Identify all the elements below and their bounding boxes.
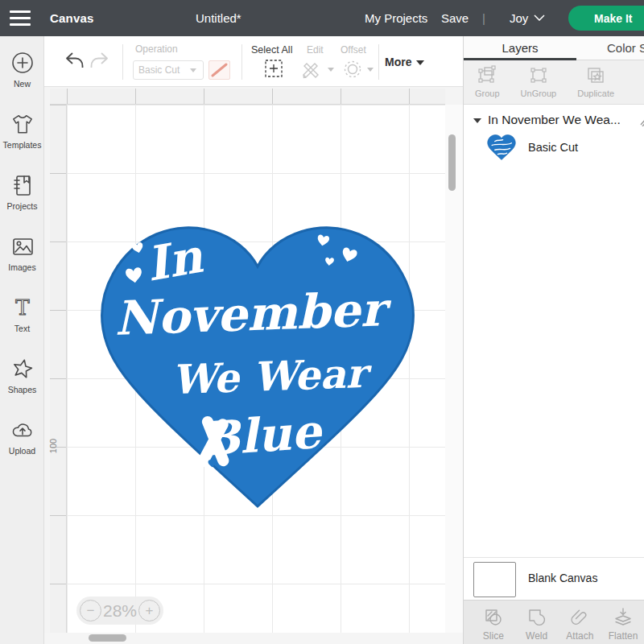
zoom-in-button[interactable]: + <box>138 600 160 621</box>
save-button[interactable]: Save <box>441 11 469 25</box>
design-text-line2: November <box>114 282 393 346</box>
attach-button[interactable]: Attach <box>559 607 602 644</box>
sidebar-item-shapes[interactable]: Shapes <box>0 342 44 403</box>
scrollbar-thumb-vertical[interactable] <box>448 134 456 191</box>
design-text-line4: Blue <box>198 404 325 468</box>
tab-color-sync[interactable]: Color Sy <box>607 36 644 60</box>
sidebar-item-projects[interactable]: Projects <box>0 159 44 220</box>
photo-icon <box>10 234 35 258</box>
layer-thumbnail-heart <box>486 134 517 162</box>
scrollbar-thumb-horizontal[interactable] <box>89 634 126 642</box>
flatten-button[interactable]: Flatten <box>601 607 644 644</box>
ruler-vertical <box>50 105 67 633</box>
layer-group-row[interactable]: In November We Wea... <box>464 110 644 131</box>
offset-label: Offset <box>341 44 366 56</box>
undo-icon[interactable] <box>64 51 85 72</box>
tshirt-icon <box>10 112 35 136</box>
sidebar-item-images[interactable]: Images <box>0 220 44 281</box>
menu-icon[interactable] <box>10 10 31 26</box>
flatten-icon <box>613 607 634 628</box>
document-title: Untitled* <box>196 11 242 25</box>
group-icon <box>477 65 497 86</box>
slice-icon <box>483 607 504 628</box>
edit-pencil-icon[interactable] <box>639 117 644 126</box>
combine-toolbar: Slice Weld Attach Flatten <box>464 600 644 644</box>
ungroup-icon <box>528 65 549 86</box>
plus-circle-icon <box>10 51 35 75</box>
sidebar-item-upload[interactable]: Upload <box>0 403 44 464</box>
layer-row[interactable]: Basic Cut <box>464 131 644 167</box>
blank-canvas-row[interactable]: Blank Canvas <box>464 557 644 600</box>
notebook-icon <box>10 173 35 197</box>
edit-icon <box>300 59 321 80</box>
select-all-label[interactable]: Select All <box>251 44 292 56</box>
sidebar-item-new[interactable]: New <box>0 36 44 97</box>
canvas-workspace[interactable]: 100 In November We Wear Blue − 28% + <box>44 87 463 644</box>
layer-actions-toolbar: Group UnGroup Duplicate <box>464 60 644 105</box>
blank-canvas-swatch[interactable] <box>473 562 516 597</box>
disclosure-triangle-icon[interactable] <box>473 118 481 123</box>
duplicate-button[interactable]: Duplicate <box>577 65 614 104</box>
weld-icon <box>526 607 547 628</box>
chevron-down-icon <box>367 68 374 72</box>
make-it-button[interactable]: Make It <box>568 6 644 31</box>
attach-icon <box>569 607 590 628</box>
edit-toolbar: Operation Basic Cut Select All Edit Offs… <box>44 36 463 87</box>
panel-tabs: Layers Color Sy <box>464 36 644 60</box>
ungroup-button[interactable]: UnGroup <box>521 65 557 104</box>
zoom-control: − 28% + <box>76 597 163 625</box>
sidebar-item-templates[interactable]: Templates <box>0 97 44 159</box>
design-text-line1: In <box>142 229 207 292</box>
canvas-label: Canvas <box>50 11 94 25</box>
weld-button[interactable]: Weld <box>515 607 559 644</box>
linetype-swatch[interactable] <box>208 60 230 80</box>
layer-group-name: In November We Wea... <box>488 113 621 127</box>
chevron-down-icon[interactable] <box>534 14 545 21</box>
ruler-label: 100 <box>48 439 58 453</box>
ruler-horizontal <box>50 89 445 105</box>
design-sidebar: New Templates Projects Images T Text Sha… <box>0 36 44 644</box>
offset-icon <box>342 59 363 80</box>
zoom-level: 28% <box>103 601 137 621</box>
star-icon <box>10 357 35 381</box>
heart-design[interactable]: In November We Wear Blue <box>95 223 420 510</box>
group-button[interactable]: Group <box>475 65 500 104</box>
chevron-down-icon <box>416 60 424 65</box>
layers-panel: Layers Color Sy Group UnGroup <box>463 36 644 644</box>
svg-text:T: T <box>15 295 30 320</box>
select-all-icon[interactable] <box>264 59 283 78</box>
operation-select[interactable]: Basic Cut <box>133 60 204 80</box>
sidebar-item-text[interactable]: T Text <box>0 281 44 342</box>
topbar-separator: | <box>482 11 485 25</box>
redo-icon[interactable] <box>89 51 109 72</box>
blank-canvas-label: Blank Canvas <box>528 572 597 584</box>
user-menu[interactable]: Joy <box>510 11 528 25</box>
tab-layers[interactable]: Layers <box>464 36 576 60</box>
cloud-upload-icon <box>10 418 35 442</box>
my-projects-link[interactable]: My Projects <box>365 11 427 25</box>
chevron-down-icon <box>328 68 334 72</box>
top-bar: Canvas Untitled* My Projects Save | Joy … <box>0 0 644 36</box>
design-text-line3: We Wear <box>171 349 374 404</box>
operation-label: Operation <box>135 43 178 55</box>
layer-name: Basic Cut <box>528 141 578 154</box>
more-button[interactable]: More <box>385 56 424 68</box>
zoom-out-button[interactable]: − <box>80 600 101 621</box>
slice-button[interactable]: Slice <box>472 607 515 644</box>
duplicate-icon <box>585 65 606 86</box>
edit-label: Edit <box>307 44 324 56</box>
letter-t-icon: T <box>10 295 35 320</box>
chevron-down-icon <box>190 68 196 72</box>
